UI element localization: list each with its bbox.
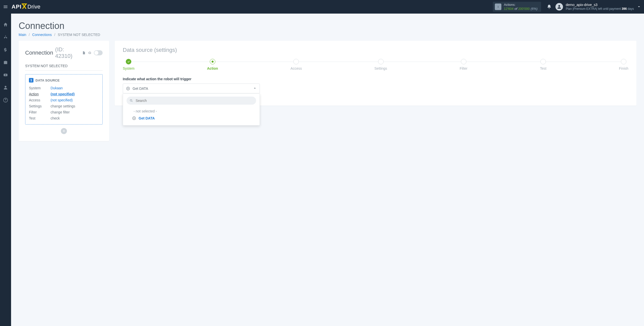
connection-panel: Connection (ID: 42310) SYSTEM NOT SELECT… (19, 41, 109, 141)
chevron-up-icon (253, 86, 257, 91)
option-none[interactable]: - not selected - (127, 108, 256, 115)
page-title: Connection (19, 21, 636, 31)
search-input[interactable] (135, 98, 253, 103)
user-menu-chevron[interactable] (634, 5, 644, 9)
enable-toggle[interactable] (94, 50, 103, 55)
side-rail (0, 14, 11, 146)
briefcase-icon (3, 60, 8, 65)
chevron-down-icon (637, 5, 641, 9)
svg-point-3 (558, 5, 560, 7)
action-dropdown: - not selected - Get DATA (123, 94, 260, 126)
ds-settings-link[interactable]: change settings (51, 103, 75, 109)
action-select-trigger[interactable]: Get DATA (123, 84, 260, 94)
ds-system-link[interactable]: Dukaan (51, 85, 63, 91)
ds-test-link[interactable]: check (51, 115, 60, 121)
play-icon (132, 116, 136, 120)
rail-help[interactable] (0, 97, 11, 104)
crumb-connections[interactable]: Connections (32, 33, 52, 37)
avatar-icon (555, 3, 563, 11)
actions-values: 12'604 of 200'000(6%) (504, 7, 538, 11)
svg-point-5 (5, 86, 7, 88)
crumb-main[interactable]: Main (19, 33, 26, 37)
logo-api: API (12, 4, 22, 10)
user-avatar[interactable] (554, 2, 564, 12)
youtube-icon (3, 72, 8, 77)
bell-icon (547, 4, 552, 9)
search-input-wrap (127, 97, 256, 105)
step-system[interactable]: System (123, 59, 135, 70)
sitemap-icon (3, 35, 8, 40)
menu-button[interactable] (0, 0, 11, 14)
play-icon (126, 87, 130, 91)
svg-rect-2 (498, 6, 498, 6)
copy-button[interactable] (82, 51, 86, 55)
rail-video[interactable] (0, 71, 11, 78)
hamburger-icon (3, 4, 8, 9)
step-settings[interactable]: Settings (374, 59, 387, 70)
action-select: Get DATA - not selected - Get DATA (123, 84, 260, 94)
rail-connections[interactable] (0, 34, 11, 41)
user-icon (3, 85, 8, 90)
selected-action: Get DATA (133, 87, 251, 91)
search-icon (130, 99, 133, 102)
main-content: Connection Main / Connections / SYSTEM N… (11, 14, 644, 146)
document-icon (82, 51, 86, 55)
connection-heading: Connection (25, 50, 53, 56)
step-test[interactable]: Test (540, 59, 547, 70)
help-icon (3, 98, 8, 103)
home-icon (3, 22, 8, 27)
user-plan: Plan |Premium EXTRA| left until payment … (566, 7, 634, 11)
dollar-icon (3, 47, 8, 52)
stepper: System Action Access Settings Filter Tes… (123, 59, 628, 70)
gear-icon (88, 51, 92, 55)
step-finish[interactable]: Finish (619, 59, 628, 70)
actions-counter[interactable]: Actions: 12'604 of 200'000(6%) (493, 2, 541, 12)
logo-drive: Drive (27, 4, 40, 10)
logo-x-icon: X (22, 3, 26, 11)
ds-filter-link[interactable]: change filter (51, 109, 70, 115)
step-number-badge: 1 (29, 78, 33, 83)
data-source-settings-panel: Data source (settings) System Action Acc… (115, 41, 636, 106)
rail-account[interactable] (0, 84, 11, 91)
user-info[interactable]: demo_apix-drive_s3 Plan |Premium EXTRA| … (566, 3, 634, 11)
panel-title: Data source (settings) (123, 47, 628, 53)
data-source-box: 1 DATA SOURCE SystemDukaan Action(not sp… (25, 74, 103, 125)
step-access[interactable]: Access (291, 59, 302, 70)
settings-button[interactable] (88, 51, 92, 55)
step-filter[interactable]: Filter (460, 59, 467, 70)
data-source-label: DATA SOURCE (35, 78, 60, 82)
connection-id: (ID: 42310) (55, 46, 79, 59)
user-name: demo_apix-drive_s3 (566, 3, 634, 7)
top-bar: API X Drive Actions: 12'604 of 200'000(6… (0, 0, 644, 14)
ds-action-link[interactable]: (not specified) (51, 91, 75, 97)
ds-access-link[interactable]: (not specified) (51, 97, 73, 103)
connection-subtitle: SYSTEM NOT SELECTED (25, 64, 103, 71)
svg-point-9 (130, 99, 132, 101)
notifications-button[interactable] (544, 2, 554, 12)
svg-point-7 (5, 101, 6, 101)
crumb-current: SYSTEM NOT SELECTED (58, 33, 100, 37)
rail-home[interactable] (0, 21, 11, 28)
rail-billing[interactable] (0, 46, 11, 53)
instruction-text: Indicate what action the robot will trig… (123, 77, 628, 81)
breadcrumb: Main / Connections / SYSTEM NOT SELECTED (19, 33, 636, 37)
add-destination-button[interactable]: + (61, 128, 67, 134)
logo[interactable]: API X Drive (12, 3, 40, 11)
step-action[interactable]: Action (207, 59, 218, 70)
check-icon (127, 60, 130, 63)
rail-work[interactable] (0, 59, 11, 66)
option-get-data[interactable]: Get DATA (127, 115, 256, 122)
svg-rect-1 (498, 7, 498, 8)
info-icon (495, 4, 501, 10)
actions-label: Actions: (504, 3, 538, 7)
